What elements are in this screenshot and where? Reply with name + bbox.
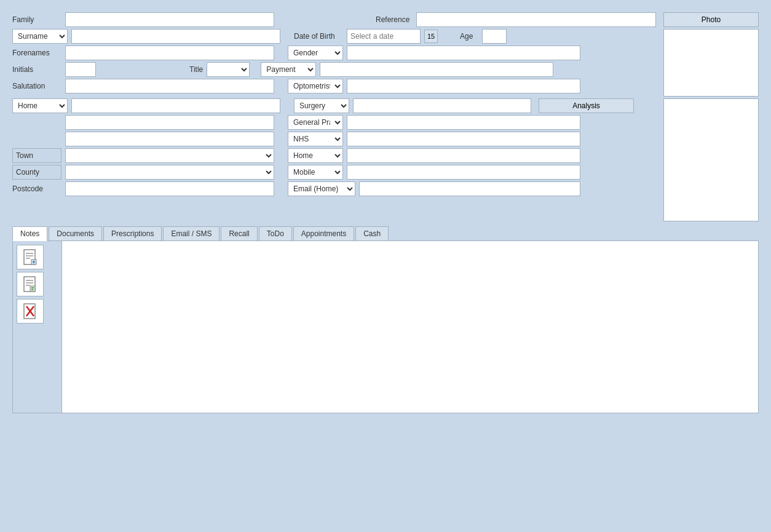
email-dropdown[interactable]: Email (Home)Email (Work) bbox=[288, 181, 355, 196]
edit-note-button[interactable] bbox=[17, 272, 44, 296]
mobile-input[interactable] bbox=[347, 165, 580, 180]
salutation-input[interactable] bbox=[65, 79, 274, 93]
reference-label: Reference bbox=[376, 15, 413, 24]
dob-input[interactable] bbox=[347, 29, 421, 44]
new-note-button[interactable] bbox=[17, 245, 44, 269]
title-label: Title bbox=[189, 65, 203, 74]
calendar-button[interactable]: 15 bbox=[424, 30, 438, 43]
postcode-label: Postcode bbox=[12, 185, 61, 193]
address1-gp-row: General Prac... bbox=[12, 115, 660, 130]
county-dropdown[interactable] bbox=[65, 165, 274, 180]
new-note-icon bbox=[23, 248, 38, 266]
photo-button[interactable]: Photo bbox=[663, 12, 759, 27]
payment-value-input[interactable] bbox=[320, 62, 553, 77]
town-dropdown[interactable] bbox=[65, 148, 274, 163]
address1-input[interactable] bbox=[65, 115, 274, 130]
edit-note-icon bbox=[23, 276, 38, 293]
gender-value-input[interactable] bbox=[347, 46, 580, 60]
surgery-dropdown[interactable]: Surgery bbox=[294, 98, 349, 113]
home-phone-dropdown[interactable]: HomeWorkMobile bbox=[288, 148, 343, 163]
forenames-row: Forenames GenderMaleFemaleOther bbox=[12, 46, 660, 60]
email-input[interactable] bbox=[359, 181, 580, 196]
svg-rect-11 bbox=[30, 286, 35, 292]
title-dropdown[interactable] bbox=[207, 62, 250, 77]
optometrist-value-input[interactable] bbox=[347, 79, 580, 93]
tab-email-sms[interactable]: Email / SMS bbox=[163, 226, 219, 240]
phone-surgery-row: HomeWorkMobileFax Surgery Analysis bbox=[12, 98, 660, 113]
postcode-input[interactable] bbox=[65, 181, 274, 196]
gp-value-input[interactable] bbox=[347, 115, 580, 130]
gp-dropdown[interactable]: General Prac... bbox=[288, 115, 343, 130]
analysis-button[interactable]: Analysis bbox=[539, 98, 634, 113]
analysis-area bbox=[663, 98, 759, 221]
town-row: Town HomeWorkMobile bbox=[12, 148, 660, 163]
main-container: Family Reference Photo Surname MrMrsMsDr… bbox=[6, 6, 765, 419]
address2-input[interactable] bbox=[65, 132, 274, 146]
tab-todo[interactable]: ToDo bbox=[259, 226, 292, 240]
reference-input[interactable] bbox=[416, 12, 656, 27]
tabs-bar: Notes Documents Prescriptions Email / SM… bbox=[12, 226, 759, 241]
postcode-row: Postcode Email (Home)Email (Work) bbox=[12, 181, 660, 196]
phone-type-dropdown[interactable]: HomeWorkMobileFax bbox=[12, 98, 68, 113]
tab-recall[interactable]: Recall bbox=[221, 226, 257, 240]
forenames-input[interactable] bbox=[65, 46, 274, 60]
phone-input[interactable] bbox=[71, 98, 280, 113]
payment-dropdown[interactable]: Payment bbox=[261, 62, 316, 77]
family-label: Family bbox=[12, 15, 61, 24]
county-label: County bbox=[12, 165, 61, 180]
surgery-value-input[interactable] bbox=[353, 98, 531, 113]
age-label: Age bbox=[460, 32, 478, 41]
notes-sidebar bbox=[13, 241, 62, 413]
tab-prescriptions[interactable]: Prescriptions bbox=[103, 226, 162, 240]
surname-input[interactable] bbox=[71, 29, 280, 44]
delete-note-button[interactable] bbox=[17, 299, 44, 324]
surname-row: Surname MrMrsMsDr Date of Birth 15 Age bbox=[12, 29, 660, 44]
delete-note-icon bbox=[23, 303, 38, 320]
tab-documents[interactable]: Documents bbox=[49, 226, 102, 240]
dob-label: Date of Birth bbox=[294, 32, 343, 41]
nhs-value-input[interactable] bbox=[347, 132, 580, 146]
tab-appointments[interactable]: Appointments bbox=[293, 226, 354, 240]
home-phone-input[interactable] bbox=[347, 148, 580, 163]
family-row: Family Reference Photo bbox=[12, 12, 759, 27]
nhs-dropdown[interactable]: NHS bbox=[288, 132, 343, 146]
tab-cash[interactable]: Cash bbox=[355, 226, 389, 240]
mobile-dropdown[interactable]: MobileHomeWork bbox=[288, 165, 343, 180]
tab-notes[interactable]: Notes bbox=[12, 226, 47, 241]
gender-dropdown[interactable]: GenderMaleFemaleOther bbox=[288, 46, 343, 60]
optometrist-dropdown[interactable]: Optometrist bbox=[288, 79, 343, 93]
salutation-label: Salutation bbox=[12, 82, 61, 90]
salutation-row: Salutation Optometrist bbox=[12, 79, 660, 93]
notes-main-area bbox=[62, 241, 758, 413]
forenames-label: Forenames bbox=[12, 49, 61, 57]
age-input[interactable] bbox=[482, 29, 507, 44]
initials-row: Initials Title Payment bbox=[12, 62, 660, 77]
initials-input[interactable] bbox=[65, 62, 96, 77]
initials-label: Initials bbox=[12, 65, 61, 74]
town-label: Town bbox=[12, 148, 61, 163]
surname-dropdown[interactable]: Surname MrMrsMsDr bbox=[12, 29, 68, 44]
notes-content bbox=[12, 241, 759, 413]
family-input[interactable] bbox=[65, 12, 274, 27]
county-row: County MobileHomeWork bbox=[12, 165, 660, 180]
photo-area bbox=[663, 29, 759, 97]
address2-nhs-row: NHS bbox=[12, 132, 660, 146]
